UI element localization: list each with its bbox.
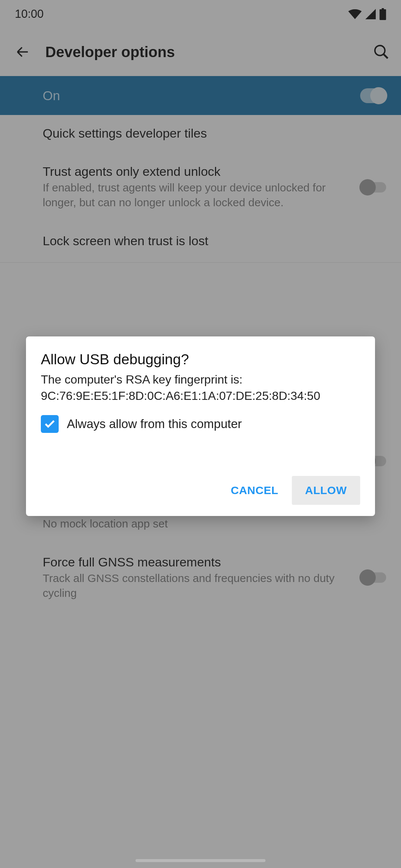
dialog-body: The computer's RSA key fingerprint is: 9… — [41, 371, 360, 404]
gesture-nav-handle[interactable] — [136, 859, 265, 862]
dialog-title: Allow USB debugging? — [41, 351, 360, 368]
always-allow-label: Always allow from this computer — [67, 417, 242, 431]
always-allow-checkbox[interactable] — [41, 415, 59, 433]
always-allow-checkbox-row[interactable]: Always allow from this computer — [41, 415, 360, 433]
usb-debugging-dialog: Allow USB debugging? The computer's RSA … — [26, 336, 375, 516]
cancel-button[interactable]: CANCEL — [218, 476, 292, 505]
dialog-actions: CANCEL ALLOW — [41, 476, 360, 505]
check-icon — [43, 418, 56, 430]
allow-button[interactable]: ALLOW — [292, 476, 360, 505]
